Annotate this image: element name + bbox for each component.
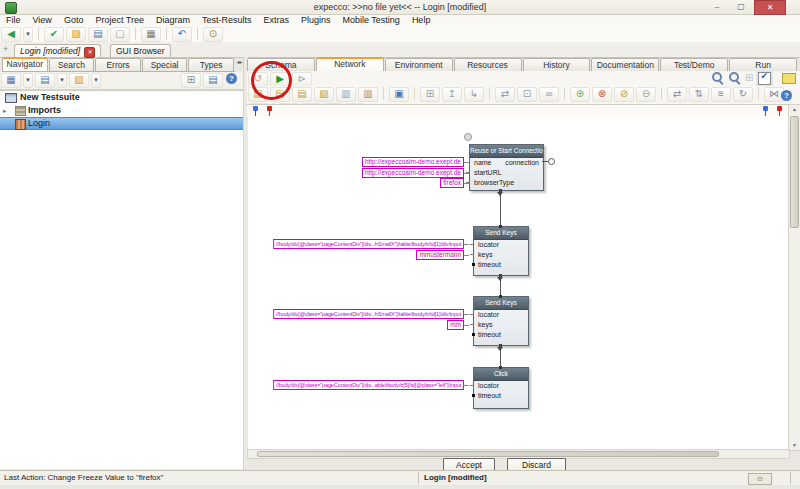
palette-icon[interactable]: ▣ (389, 87, 409, 102)
freeze-value-browsertype[interactable]: firefox (440, 178, 464, 188)
caret-down-icon[interactable]: ▾ (91, 73, 101, 88)
tree-item-imports[interactable]: ▸ Imports (0, 104, 243, 117)
menu-item-project-tree[interactable]: Project Tree (89, 15, 150, 26)
accept-document-icon[interactable]: ✔ (44, 27, 64, 42)
menu-item-mobile-testing[interactable]: Mobile Testing (337, 15, 406, 26)
stack-icon[interactable]: ≡ (711, 87, 731, 102)
node-input-timeout[interactable]: timeout (478, 331, 501, 338)
input-pin[interactable] (499, 366, 502, 369)
menu-item-view[interactable]: View (27, 15, 58, 26)
menu-item-goto[interactable]: Goto (58, 15, 90, 26)
tab-network[interactable]: Network (316, 57, 384, 71)
gear-icon[interactable] (464, 133, 472, 141)
network-canvas[interactable]: Reuse or Start Connection nameconnection… (248, 117, 788, 449)
tree-item-login[interactable]: Login (0, 117, 243, 130)
page-shade-icon[interactable]: ▧ (314, 87, 334, 102)
menu-item-diagram[interactable]: Diagram (150, 15, 196, 26)
tab-login[interactable]: Login [modified]✕ (14, 44, 101, 57)
move-up-icon[interactable]: ↥ (442, 87, 462, 102)
print-icon[interactable]: ▦ (141, 27, 161, 42)
tab-documentation[interactable]: Documentation (591, 58, 659, 71)
swap-vertical-icon[interactable]: ⇅ (689, 87, 709, 102)
node-send-keys-1[interactable]: Send Keys locator keys timeout (473, 226, 529, 276)
node-input-timeout[interactable]: timeout (478, 392, 501, 399)
maximize-button[interactable]: ▢ (730, 0, 752, 13)
minimize-button[interactable]: – (706, 0, 728, 13)
branch-icon[interactable]: ↳ (464, 87, 484, 102)
node-input-starturl[interactable]: startURL (474, 169, 502, 176)
new-connection-icon[interactable]: ⇄ (495, 87, 515, 102)
settings-history-icon[interactable]: ⊙ (203, 27, 223, 42)
close-button[interactable]: ✕ (754, 0, 786, 15)
expander-icon[interactable]: ▸ (3, 104, 7, 117)
undo-icon[interactable]: ↶ (172, 27, 192, 42)
tree-item-new-testsuite[interactable]: New Testsuite (0, 91, 243, 104)
freeze-value-locator[interactable]: //body/div[@class="pageContentDiv"]/div.… (273, 309, 464, 319)
link-icon[interactable]: ∞ (539, 87, 559, 102)
page-props-icon[interactable]: ▥ (358, 87, 378, 102)
tab-environment[interactable]: Environment (385, 58, 453, 71)
input-pin[interactable] (499, 295, 502, 298)
new-folder-icon[interactable]: ▧ (69, 73, 89, 88)
scroll-up-icon[interactable]: ▲ (789, 105, 800, 114)
menu-item-test-results[interactable]: Test-Results (196, 15, 258, 26)
copy-window-icon[interactable]: ⊞ (181, 73, 201, 88)
node-input-locator[interactable]: locator (478, 382, 499, 389)
reload-icon[interactable]: ↻ (733, 87, 753, 102)
new-document-icon[interactable]: ▢ (110, 27, 130, 42)
pin-blue-icon[interactable] (252, 106, 259, 116)
freeze-value-name[interactable]: http://expeccoalm-demo.exept.de (362, 157, 464, 167)
scroll-down-icon[interactable]: ▼ (789, 441, 800, 450)
tab-types[interactable]: Types (188, 58, 234, 71)
zoom-out-icon[interactable] (711, 71, 724, 84)
auto-layout-checkbox[interactable]: ✔ (758, 72, 771, 85)
node-input-browsertype[interactable]: browserType (474, 179, 514, 186)
open-file-icon[interactable]: ▨ (66, 27, 86, 42)
node-input-keys[interactable]: keys (478, 321, 492, 328)
connection-pin-icon[interactable] (548, 158, 555, 165)
node-send-keys-2[interactable]: Send Keys locator keys timeout (473, 296, 529, 346)
pin-red-icon[interactable] (776, 106, 783, 116)
tab-test-demo[interactable]: Test/Demo (660, 58, 728, 71)
freeze-value-keys[interactable]: mm (447, 320, 464, 330)
add-tab-icon[interactable]: + (3, 45, 12, 54)
scrollbar-thumb[interactable] (790, 116, 799, 228)
tab-special[interactable]: Special (142, 58, 188, 71)
pin-green-icon[interactable]: ⊕ (570, 87, 590, 102)
node-output-connection[interactable]: connection (505, 158, 539, 168)
add-step-icon[interactable]: ⊞ (420, 87, 440, 102)
caret-down-icon[interactable]: ▾ (57, 73, 67, 88)
view-mode-icon[interactable]: ▦ (1, 73, 21, 88)
node-input-locator[interactable]: locator (478, 311, 499, 318)
node-click[interactable]: Click locator timeout (473, 367, 529, 409)
vertical-scrollbar[interactable]: ▲ ▼ (788, 104, 800, 451)
tab-resources[interactable]: Resources (454, 58, 522, 71)
tab-history[interactable]: History (523, 58, 591, 71)
menu-item-extras[interactable]: Extras (257, 15, 295, 26)
tab-gui-browser[interactable]: GUI Browser (110, 44, 171, 57)
pin-gray-icon[interactable]: ⊖ (636, 87, 656, 102)
tree-mode-icon[interactable]: ▤ (35, 73, 55, 88)
caret-down-icon[interactable]: ▾ (23, 73, 33, 88)
tab-navigator[interactable]: Navigator (2, 57, 48, 71)
step-icon[interactable]: ⊳ (292, 72, 312, 87)
node-input-name[interactable]: name (474, 159, 492, 166)
scrollbar-thumb[interactable] (257, 451, 719, 457)
back-dropdown-caret-icon[interactable]: ▾ (23, 27, 33, 42)
freeze-value-locator[interactable]: //body/div[@class="pageContentDiv"]/div.… (273, 380, 464, 390)
pin-yellow-icon[interactable]: ⊘ (614, 87, 634, 102)
node-input-timeout[interactable]: timeout (478, 261, 501, 268)
note-icon[interactable] (782, 73, 796, 84)
freeze-value-starturl[interactable]: http://expeccoalm-demo.exept.de (362, 168, 464, 178)
tab-search[interactable]: Search (49, 58, 95, 71)
copy-page-icon[interactable]: ▤ (292, 87, 312, 102)
tab-scroll-icon[interactable]: ◂▸ (236, 60, 243, 70)
help-icon[interactable]: ? (226, 73, 237, 84)
menu-item-file[interactable]: File (0, 15, 27, 26)
node-reuse-or-start-connection[interactable]: Reuse or Start Connection nameconnection… (469, 144, 544, 191)
freeze-value-keys[interactable]: mmustermann (416, 250, 464, 260)
node-input-locator[interactable]: locator (478, 241, 499, 248)
back-icon[interactable]: ◀ (1, 27, 21, 42)
node-input-keys[interactable]: keys (478, 251, 492, 258)
pin-blue-icon[interactable] (762, 106, 769, 116)
